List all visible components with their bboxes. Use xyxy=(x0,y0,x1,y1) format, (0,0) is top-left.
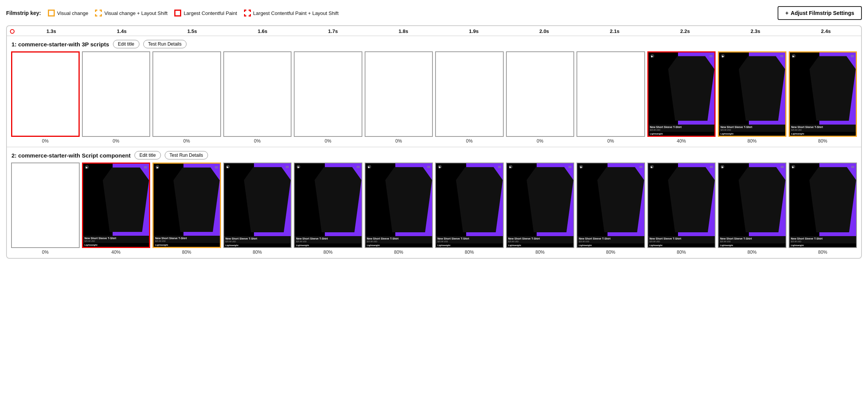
frame-icon-circle: ▶ xyxy=(792,54,796,58)
frame-product-price: $25.99 USD xyxy=(650,240,714,243)
frame-icon-row: ▶ xyxy=(578,164,644,169)
frame-percent-0: 0% xyxy=(42,138,49,144)
timeline-tick-1.9s: 1.9s xyxy=(439,28,509,34)
frame-wrapper-4[interactable]: ▶New Short Sleeve T-Shirt$25.99 USDLight… xyxy=(293,163,364,248)
frame-box-11[interactable]: ▶New Short Sleeve T-Shirt$25.99 USDLight… xyxy=(789,163,857,248)
frame-box-3[interactable]: ▶New Short Sleeve T-Shirt$25.99 USDLight… xyxy=(223,163,292,248)
frame-percent-4: 80% xyxy=(323,250,332,255)
frame-tshirt xyxy=(668,56,714,121)
frame-box-10[interactable]: ▶New Short Sleeve T-Shirt$25.99 USDLight… xyxy=(718,51,786,137)
frame-box-9[interactable]: ▶New Short Sleeve T-Shirt$25.99 USDLight… xyxy=(647,163,716,248)
frame-wrapper-8[interactable]: ▶New Short Sleeve T-Shirt$25.99 USDLight… xyxy=(575,163,646,248)
row-2-test-run-details-button[interactable]: Test Run Details xyxy=(165,151,208,159)
frame-img-area xyxy=(365,163,432,236)
frame-wrapper-5[interactable] xyxy=(364,51,434,137)
frame-box-6[interactable] xyxy=(435,51,504,137)
frame-icon-circle: ▶ xyxy=(438,165,442,169)
frame-wrapper-9[interactable]: ▶New Short Sleeve T-Shirt$25.99 USDLight… xyxy=(646,51,717,137)
frame-wrapper-5[interactable]: ▶New Short Sleeve T-Shirt$25.99 USDLight… xyxy=(364,163,434,248)
frame-product-footer: Lightweight xyxy=(224,243,291,247)
frame-col-10: ▶New Short Sleeve T-Shirt$25.99 USDLight… xyxy=(717,163,788,255)
frame-icon-row: ▶ xyxy=(720,53,784,58)
frame-product-footer: Lightweight xyxy=(365,243,432,247)
frame-wrapper-3[interactable]: ▶New Short Sleeve T-Shirt$25.99 USDLight… xyxy=(222,163,293,248)
frame-icon-row: ▶ xyxy=(84,164,149,169)
frame-box-11[interactable]: ▶New Short Sleeve T-Shirt$25.99 USDLight… xyxy=(789,51,857,137)
row-2-edit-title-button[interactable]: Edit title xyxy=(134,151,161,159)
row-1-edit-title-button[interactable]: Edit title xyxy=(113,40,139,48)
frame-box-8[interactable] xyxy=(576,51,645,137)
frame-wrapper-1[interactable] xyxy=(81,51,152,137)
frame-box-2[interactable]: ▶New Short Sleeve T-Shirt$25.99 USDLight… xyxy=(152,163,221,248)
frame-product-price: $25.99 USD xyxy=(650,129,713,131)
frame-wrapper-7[interactable]: ▶New Short Sleeve T-Shirt$25.99 USDLight… xyxy=(505,163,576,248)
frame-wrapper-6[interactable]: ▶New Short Sleeve T-Shirt$25.99 USDLight… xyxy=(434,163,505,248)
frame-icon-lines xyxy=(427,166,430,168)
frame-box-10[interactable]: ▶New Short Sleeve T-Shirt$25.99 USDLight… xyxy=(718,163,786,248)
frame-wrapper-8[interactable] xyxy=(575,51,646,137)
frame-box-2[interactable] xyxy=(152,51,221,137)
frame-box-4[interactable] xyxy=(294,51,362,137)
adjust-btn-icon: + xyxy=(785,10,788,16)
timeline-tick-1.3s: 1.3s xyxy=(16,28,87,34)
frame-percent-11: 80% xyxy=(818,138,827,144)
frame-percent-9: 80% xyxy=(677,250,686,255)
frame-wrapper-10[interactable]: ▶New Short Sleeve T-Shirt$25.99 USDLight… xyxy=(717,51,788,137)
frame-wrapper-9[interactable]: ▶New Short Sleeve T-Shirt$25.99 USDLight… xyxy=(646,163,717,248)
frame-wrapper-11[interactable]: ▶New Short Sleeve T-Shirt$25.99 USDLight… xyxy=(788,51,858,137)
frame-col-6: ▶New Short Sleeve T-Shirt$25.99 USDLight… xyxy=(434,163,505,255)
frame-box-6[interactable]: ▶New Short Sleeve T-Shirt$25.99 USDLight… xyxy=(435,163,504,248)
frame-col-11: ▶New Short Sleeve T-Shirt$25.99 USDLight… xyxy=(788,163,858,255)
frame-tshirt xyxy=(739,56,785,121)
frame-wrapper-3[interactable] xyxy=(222,51,293,137)
adjust-filmstrip-settings-button[interactable]: + Adjust Filmstrip Settings xyxy=(778,6,862,20)
frame-col-7: 0% xyxy=(505,51,576,144)
filmstrip-key-label: Filmstrip key: xyxy=(6,10,41,16)
key-text-visual-change: Visual change xyxy=(57,10,88,16)
frame-img-area xyxy=(224,163,291,236)
frame-product-name: New Short Sleeve T-Shirt xyxy=(720,237,784,240)
frame-product-info: New Short Sleeve T-Shirt$25.99 USD xyxy=(719,125,785,132)
frame-box-1[interactable]: ▶New Short Sleeve T-Shirt$25.99 USDLight… xyxy=(82,163,151,248)
frame-wrapper-1[interactable]: ▶New Short Sleeve T-Shirt$25.99 USDLight… xyxy=(81,163,152,248)
frame-box-0[interactable] xyxy=(11,51,80,137)
frame-box-8[interactable]: ▶New Short Sleeve T-Shirt$25.99 USDLight… xyxy=(576,163,645,248)
frame-box-1[interactable] xyxy=(82,51,151,137)
frame-icon-lines xyxy=(851,166,854,168)
timeline-tick-2.3s: 2.3s xyxy=(720,28,791,34)
frame-icon-row: ▶ xyxy=(366,164,432,169)
frame-wrapper-11[interactable]: ▶New Short Sleeve T-Shirt$25.99 USDLight… xyxy=(788,163,858,248)
timeline-tick-2.4s: 2.4s xyxy=(791,28,861,34)
frame-wrapper-2[interactable]: ▶New Short Sleeve T-Shirt$25.99 USDLight… xyxy=(151,163,222,248)
frame-box-0[interactable] xyxy=(11,163,80,248)
frame-empty xyxy=(153,52,220,136)
frame-percent-7: 0% xyxy=(537,138,543,144)
frame-icon-circle: ▶ xyxy=(579,165,583,169)
frame-wrapper-10[interactable]: ▶New Short Sleeve T-Shirt$25.99 USDLight… xyxy=(717,163,788,248)
frame-icon-circle: ▶ xyxy=(650,54,654,58)
frame-wrapper-0[interactable] xyxy=(10,51,81,137)
key-text-visual-change-layout-shift: Visual change + Layout Shift xyxy=(104,10,167,16)
frame-icon-row: ▶ xyxy=(225,164,290,169)
frame-img-area xyxy=(436,163,503,236)
key-text-lcp-layout-shift: Largest Contentful Paint + Layout Shift xyxy=(253,10,339,16)
frame-box-7[interactable]: ▶New Short Sleeve T-Shirt$25.99 USDLight… xyxy=(506,163,575,248)
frame-empty xyxy=(507,52,574,136)
row-1-test-run-details-button[interactable]: Test Run Details xyxy=(143,40,187,48)
frame-wrapper-0[interactable] xyxy=(10,163,81,248)
frame-box-5[interactable]: ▶New Short Sleeve T-Shirt$25.99 USDLight… xyxy=(365,163,433,248)
frame-box-4[interactable]: ▶New Short Sleeve T-Shirt$25.99 USDLight… xyxy=(294,163,362,248)
frame-wrapper-7[interactable] xyxy=(505,51,576,137)
frame-wrapper-2[interactable] xyxy=(151,51,222,137)
frame-box-3[interactable] xyxy=(223,51,292,137)
frame-percent-1: 0% xyxy=(113,138,119,144)
frame-box-5[interactable] xyxy=(365,51,433,137)
frame-box-7[interactable] xyxy=(506,51,575,137)
frame-wrapper-4[interactable] xyxy=(293,51,364,137)
frame-product-name: New Short Sleeve T-Shirt xyxy=(296,237,360,240)
frame-wrapper-6[interactable] xyxy=(434,51,505,137)
frame-box-9[interactable]: ▶New Short Sleeve T-Shirt$25.99 USDLight… xyxy=(647,51,716,137)
frame-product-info: New Short Sleeve T-Shirt$25.99 USD xyxy=(436,236,503,243)
adjust-btn-label: Adjust Filmstrip Settings xyxy=(791,10,854,16)
frame-icon-lines xyxy=(709,55,712,57)
